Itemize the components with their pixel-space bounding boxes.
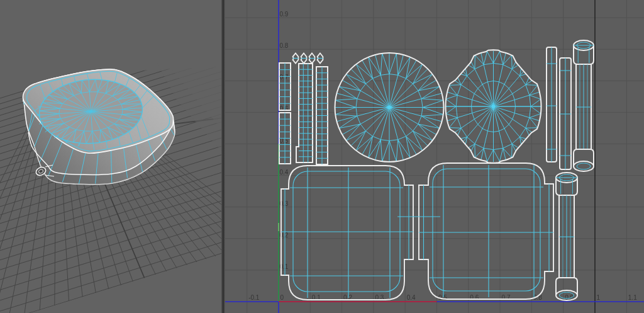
svg-text:0.6: 0.6 bbox=[280, 105, 289, 112]
svg-text:-0.1: -0.1 bbox=[248, 294, 260, 301]
svg-text:0.9: 0.9 bbox=[280, 11, 289, 18]
svg-text:0: 0 bbox=[280, 294, 284, 301]
svg-text:0.8: 0.8 bbox=[280, 42, 289, 49]
svg-text:0.4: 0.4 bbox=[407, 294, 416, 301]
svg-text:0.7: 0.7 bbox=[280, 74, 289, 81]
svg-text:1.1: 1.1 bbox=[628, 294, 637, 301]
svg-text:0.4: 0.4 bbox=[280, 169, 289, 176]
svg-text:1: 1 bbox=[597, 294, 601, 301]
